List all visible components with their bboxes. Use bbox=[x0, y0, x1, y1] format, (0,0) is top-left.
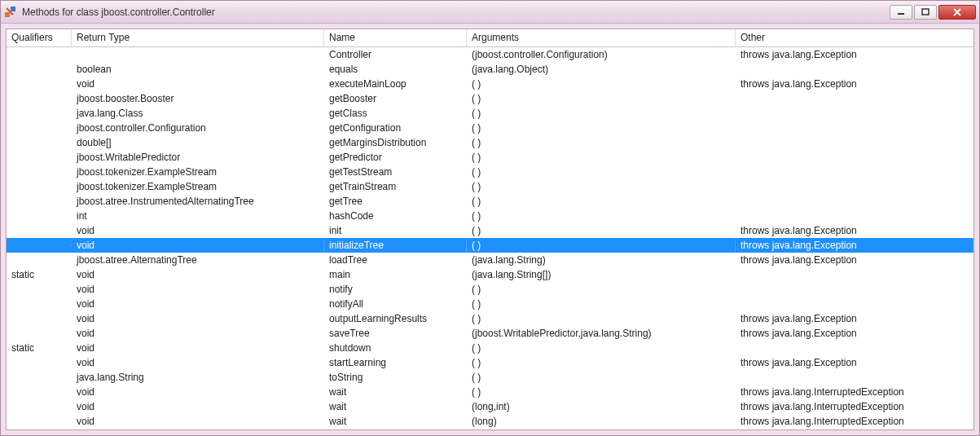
titlebar[interactable]: Methods for class jboost.controller.Cont… bbox=[1, 1, 979, 24]
cell-name: shutdown bbox=[324, 341, 467, 355]
table-row[interactable]: jboost.atree.AlternatingTreeloadTree(jav… bbox=[7, 253, 973, 267]
cell-other bbox=[736, 303, 973, 305]
cell-arguments: (long) bbox=[467, 415, 736, 428]
cell-qualifiers bbox=[7, 200, 72, 202]
cell-arguments: ( ) bbox=[467, 356, 736, 369]
cell-other bbox=[736, 156, 973, 158]
cell-arguments: ( ) bbox=[467, 165, 736, 178]
table-row[interactable]: staticvoidshutdown( ) bbox=[7, 341, 973, 355]
table-row[interactable]: voidstartLearning( )throws java.lang.Exc… bbox=[7, 355, 973, 370]
cell-return-type: void bbox=[72, 400, 324, 413]
table-row[interactable]: jboost.atree.InstrumentedAlternatingTree… bbox=[7, 194, 973, 209]
cell-name: executeMainLoop bbox=[324, 77, 467, 90]
table-row[interactable]: jboost.tokenizer.ExampleStreamgetTrainSt… bbox=[7, 179, 973, 194]
cell-name: equals bbox=[324, 63, 467, 76]
cell-return-type bbox=[72, 54, 324, 55]
cell-name: saveTree bbox=[324, 327, 467, 340]
cell-qualifiers bbox=[7, 127, 72, 129]
cell-name: wait bbox=[324, 415, 467, 428]
table-row[interactable]: voidwait( )throws java.lang.InterruptedE… bbox=[7, 385, 973, 399]
cell-name: outputLearningResults bbox=[324, 312, 467, 325]
table-row[interactable]: voidnotify( ) bbox=[7, 282, 973, 297]
cell-qualifiers: static bbox=[7, 341, 72, 355]
cell-name: initializeTree bbox=[324, 239, 467, 252]
cell-arguments: (jboost.WritablePredictor,java.lang.Stri… bbox=[467, 327, 736, 340]
cell-arguments: (long,int) bbox=[467, 400, 736, 413]
table-row[interactable]: java.lang.StringtoString( ) bbox=[7, 370, 973, 385]
cell-name: getConfiguration bbox=[324, 121, 467, 134]
cell-other: throws java.lang.Exception bbox=[736, 253, 973, 266]
close-button[interactable] bbox=[938, 5, 976, 20]
cell-return-type: java.lang.Class bbox=[72, 107, 324, 120]
minimize-button[interactable] bbox=[890, 5, 912, 20]
table-row[interactable]: voidnotifyAll( ) bbox=[7, 297, 973, 311]
cell-other: throws java.lang.Exception bbox=[736, 224, 973, 237]
cell-return-type: void bbox=[72, 77, 324, 90]
maximize-button[interactable] bbox=[914, 5, 937, 20]
cell-qualifiers bbox=[7, 318, 72, 319]
table-row[interactable]: Controller(jboost.controller.Configurati… bbox=[7, 47, 973, 62]
cell-other: throws java.lang.Exception bbox=[736, 356, 973, 369]
cell-name: wait bbox=[324, 385, 467, 399]
cell-qualifiers bbox=[7, 303, 72, 305]
cell-arguments: ( ) bbox=[467, 77, 736, 90]
cell-other bbox=[736, 274, 973, 275]
table-row[interactable]: jboost.WritablePredictorgetPredictor( ) bbox=[7, 150, 973, 165]
cell-name: toString bbox=[324, 371, 467, 384]
table-row[interactable]: jboost.controller.ConfigurationgetConfig… bbox=[7, 121, 973, 135]
cell-return-type: int bbox=[72, 209, 324, 222]
header-return-type[interactable]: Return Type bbox=[72, 29, 324, 46]
table-row[interactable]: jboost.booster.BoostergetBooster( ) bbox=[7, 91, 973, 106]
cell-return-type: void bbox=[72, 283, 324, 296]
cell-arguments: ( ) bbox=[467, 297, 736, 310]
cell-arguments: ( ) bbox=[467, 385, 736, 399]
cell-return-type: jboost.atree.AlternatingTree bbox=[72, 253, 324, 266]
table-row[interactable]: voidexecuteMainLoop( )throws java.lang.E… bbox=[7, 77, 973, 91]
cell-arguments: ( ) bbox=[467, 92, 736, 105]
cell-qualifiers bbox=[7, 362, 72, 363]
header-name[interactable]: Name bbox=[324, 29, 467, 46]
table-row[interactable]: inthashCode( ) bbox=[7, 209, 973, 223]
cell-return-type: void bbox=[72, 327, 324, 340]
cell-return-type: jboost.WritablePredictor bbox=[72, 151, 324, 164]
cell-qualifiers bbox=[7, 83, 72, 85]
cell-other: throws java.lang.Exception bbox=[736, 327, 973, 340]
cell-other: throws java.lang.InterruptedException bbox=[736, 385, 973, 399]
cell-arguments: ( ) bbox=[467, 195, 736, 208]
cell-other: throws java.lang.InterruptedException bbox=[736, 400, 973, 413]
cell-qualifiers bbox=[7, 112, 72, 114]
cell-qualifiers bbox=[7, 406, 72, 407]
cell-other bbox=[736, 215, 973, 217]
window-frame: Methods for class jboost.controller.Cont… bbox=[0, 0, 980, 436]
table-row[interactable]: double[]getMarginsDistribution( ) bbox=[7, 135, 973, 150]
cell-qualifiers bbox=[7, 421, 72, 422]
cell-return-type: double[] bbox=[72, 136, 324, 149]
table-row[interactable]: voidwait(long)throws java.lang.Interrupt… bbox=[7, 414, 973, 429]
table-row[interactable]: java.lang.ClassgetClass( ) bbox=[7, 106, 973, 121]
table-row[interactable]: voidoutputLearningResults( )throws java.… bbox=[7, 311, 973, 326]
cell-other bbox=[736, 347, 973, 349]
cell-qualifiers bbox=[7, 142, 72, 143]
window-title: Methods for class jboost.controller.Cont… bbox=[20, 7, 890, 18]
cell-name: getTestStream bbox=[324, 165, 467, 178]
cell-qualifiers bbox=[7, 377, 72, 378]
header-other[interactable]: Other bbox=[736, 29, 973, 46]
cell-arguments: (java.lang.String[]) bbox=[467, 268, 736, 281]
svg-rect-3 bbox=[922, 9, 929, 15]
table-row[interactable]: voidwait(long,int)throws java.lang.Inter… bbox=[7, 399, 973, 414]
cell-qualifiers: static bbox=[7, 268, 72, 281]
app-icon bbox=[4, 6, 17, 19]
cell-arguments: ( ) bbox=[467, 239, 736, 252]
cell-other bbox=[736, 68, 973, 70]
cell-arguments: ( ) bbox=[467, 107, 736, 120]
table-row[interactable]: booleanequals(java.lang.Object) bbox=[7, 62, 973, 77]
table-row[interactable]: jboost.tokenizer.ExampleStreamgetTestStr… bbox=[7, 165, 973, 179]
cell-other bbox=[736, 186, 973, 187]
table-row[interactable]: voidsaveTree(jboost.WritablePredictor,ja… bbox=[7, 326, 973, 341]
table-row[interactable]: voidinitializeTree( )throws java.lang.Ex… bbox=[7, 238, 973, 253]
header-qualifiers[interactable]: Qualifiers bbox=[7, 29, 72, 46]
table-row[interactable]: voidinit( )throws java.lang.Exception bbox=[7, 223, 973, 238]
table-row[interactable]: staticvoidmain(java.lang.String[]) bbox=[7, 267, 973, 282]
cell-return-type: java.lang.String bbox=[72, 371, 324, 384]
header-arguments[interactable]: Arguments bbox=[467, 29, 736, 46]
